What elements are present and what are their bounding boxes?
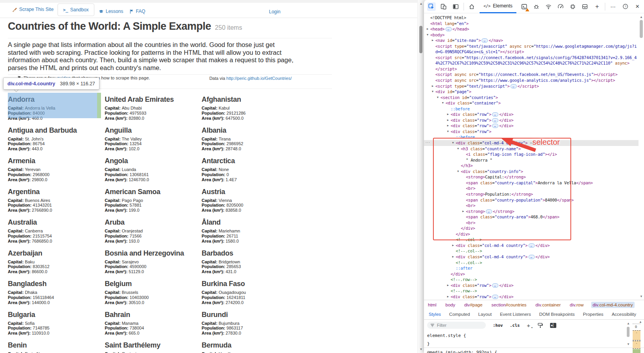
computed-sidebar-toggle-icon[interactable]: ▸▏ — [550, 323, 556, 328]
tree-line[interactable]: </h3> — [424, 163, 639, 169]
tree-line[interactable]: <span class="country-area">468.0</span> — [424, 214, 639, 220]
marker-block-green[interactable] — [633, 349, 640, 353]
breadcrumb-item[interactable]: html — [426, 302, 438, 308]
tree-line[interactable]: ▶<div class="row">…</div> — [424, 123, 639, 129]
add-tab-icon[interactable]: + — [593, 2, 601, 11]
element-class-button[interactable]: .cls — [510, 323, 520, 328]
node-menu-dots[interactable]: … — [425, 138, 431, 144]
expand-arrow-icon[interactable]: ▶ — [431, 83, 435, 89]
styles-scrollbar[interactable]: ▲ ▼ — [626, 322, 631, 346]
styles-filter-input[interactable]: Filter — [427, 322, 486, 329]
panel-tab-accessibility[interactable]: Accessibility — [612, 312, 636, 317]
expand-arrow-icon[interactable]: ▶ — [451, 243, 455, 249]
tree-line[interactable]: <br> — [424, 220, 639, 226]
tree-line[interactable]: <html lang="en"> — [424, 21, 639, 27]
expand-arrow-icon[interactable]: ▶ — [446, 112, 450, 117]
panel-tab-dom-breakpoints[interactable]: DOM Breakpoints — [539, 312, 575, 317]
scroll-down-icon[interactable]: ▼ — [418, 348, 424, 351]
page-scrollbar[interactable]: ▲ ▼ — [417, 0, 424, 353]
breadcrumb-item[interactable]: div.container — [534, 302, 562, 308]
tree-line[interactable]: <script async src="https://connect.faceb… — [424, 72, 639, 77]
inline-expand-icon[interactable]: … — [492, 124, 498, 128]
tree-line[interactable]: ▶<div class="row">…</div> — [424, 117, 639, 123]
tree-line[interactable]: </script> — [424, 66, 639, 72]
paint-tool-icon[interactable] — [537, 322, 543, 328]
panel-tab-computed[interactable]: Computed — [449, 312, 470, 317]
tree-line[interactable]: ▶<div class="col-md-4 country">…</div> — [424, 243, 639, 249]
tree-line[interactable]: <!--.col--> — [424, 237, 639, 243]
scroll-up-icon[interactable]: ▲ — [418, 2, 424, 5]
inline-expand-icon[interactable]: … — [492, 295, 498, 299]
collapse-arrow-icon[interactable]: ▼ — [426, 32, 429, 38]
new-style-rule-icon[interactable]: + — [527, 322, 530, 329]
tree-line[interactable]: ▼<body> — [424, 32, 639, 38]
tree-line[interactable]: ::after — [424, 265, 639, 271]
tree-line[interactable]: <script type="text/javascript" async src… — [424, 43, 639, 49]
tree-line[interactable]: <strong>Capital:</strong> — [424, 174, 639, 180]
tree-line[interactable]: ::before — [424, 134, 639, 140]
scroll-down-icon[interactable]: ▼ — [627, 342, 630, 346]
tree-line[interactable]: <i class="flag-icon flag-icon-ad"></i> — [424, 151, 639, 157]
tree-line[interactable]: ▼<div class="row"> — [424, 129, 639, 135]
clipped-css-rule[interactable]: @media (min-width: 992px) { — [427, 350, 497, 353]
issues-icon[interactable] — [532, 2, 541, 11]
element-style-rule-open[interactable]: element.style { — [427, 333, 466, 338]
pseudo-state-button[interactable]: :hov — [493, 323, 503, 328]
tree-line[interactable]: <br> — [424, 203, 639, 209]
expand-arrow-icon[interactable]: ▶ — [426, 26, 429, 32]
tree-line[interactable]: <!--.row--> — [424, 288, 639, 294]
close-icon[interactable]: ✕ — [633, 2, 642, 11]
inline-expand-icon[interactable]: … — [492, 283, 498, 288]
tree-line[interactable]: " Andorra " — [424, 157, 639, 163]
tree-line[interactable]: ▶<strong>…</strong> — [424, 209, 639, 214]
tree-line[interactable]: <script src="https://connect.facebook.ne… — [424, 55, 639, 61]
collapse-arrow-icon[interactable]: ▼ — [436, 95, 440, 101]
memory-icon[interactable] — [568, 2, 577, 11]
tree-line[interactable]: <!DOCTYPE html> — [424, 15, 639, 21]
breadcrumb-item[interactable]: div.col-md-4.country — [591, 302, 635, 308]
expand-arrow-icon[interactable]: ▶ — [446, 283, 450, 288]
tree-line[interactable]: <span class="country-capital">Andorra la… — [424, 180, 639, 186]
panel-tab-layout[interactable]: Layout — [478, 312, 492, 317]
inline-expand-icon[interactable]: … — [482, 38, 488, 43]
panel-tab-event-listeners[interactable]: Event Listeners — [500, 312, 531, 317]
inline-expand-icon[interactable]: … — [492, 112, 498, 117]
tree-line[interactable]: ▶<script type="text/javascript">…</scrip… — [424, 83, 639, 89]
tree-line[interactable]: <!--.col--> — [424, 248, 639, 254]
expand-arrow-icon[interactable]: ▶ — [446, 123, 450, 129]
collapse-arrow-icon[interactable]: ▼ — [446, 129, 450, 135]
tab-elements[interactable]: </> Elements — [480, 0, 516, 13]
inline-expand-icon[interactable]: … — [529, 243, 535, 248]
application-icon[interactable] — [581, 2, 589, 11]
tree-line[interactable]: <!--.col--> — [424, 260, 639, 266]
scroll-up-icon[interactable]: ▲ — [639, 320, 642, 324]
element-style-rule-close[interactable]: } — [427, 341, 430, 346]
panel-tab-styles[interactable]: Styles — [429, 312, 441, 317]
collapse-arrow-icon[interactable]: ▼ — [441, 100, 445, 106]
tree-line[interactable]: ▼<div class="container"> — [424, 100, 639, 106]
tree-line[interactable]: </div> — [424, 225, 639, 231]
tree-line[interactable]: ▶<head>…</head> — [424, 26, 639, 32]
marker-block[interactable]: - — [633, 330, 640, 340]
tree-line[interactable]: ▼<h3 class="country-name"> — [424, 146, 639, 152]
tree-line[interactable]: ▼<section id="countries"> — [424, 95, 639, 101]
expand-arrow-icon[interactable]: ▶ — [446, 117, 450, 123]
collapse-arrow-icon[interactable]: ▼ — [456, 146, 460, 152]
tree-scrollbar-thumb[interactable] — [640, 20, 643, 38]
scroll-up-icon[interactable]: ▲ — [627, 322, 630, 325]
breadcrumb-item[interactable]: div#page — [463, 302, 484, 308]
tree-line[interactable]: ::before — [424, 106, 639, 112]
page-scrollbar-thumb[interactable] — [419, 26, 422, 53]
tree-line[interactable]: ▶<div class="row">…</div> — [424, 283, 639, 288]
breadcrumb-item[interactable]: div.row — [568, 302, 585, 308]
inline-expand-icon[interactable]: … — [511, 84, 517, 88]
home-icon[interactable] — [467, 2, 476, 11]
breadcrumb-item[interactable]: body — [444, 302, 457, 308]
expand-arrow-icon[interactable]: ▶ — [461, 209, 465, 214]
inline-expand-icon[interactable]: … — [529, 255, 535, 259]
collapse-arrow-icon[interactable]: ▼ — [431, 89, 435, 95]
dock-side-icon[interactable] — [451, 2, 460, 11]
device-emulation-icon[interactable] — [439, 2, 448, 11]
tree-line[interactable]: ▶<div class="col-md-4 country">…</div> — [424, 254, 639, 260]
tree-line[interactable]: d=G-09N5RQCFG4&cx=c&_slc=1"></script> — [424, 49, 639, 55]
